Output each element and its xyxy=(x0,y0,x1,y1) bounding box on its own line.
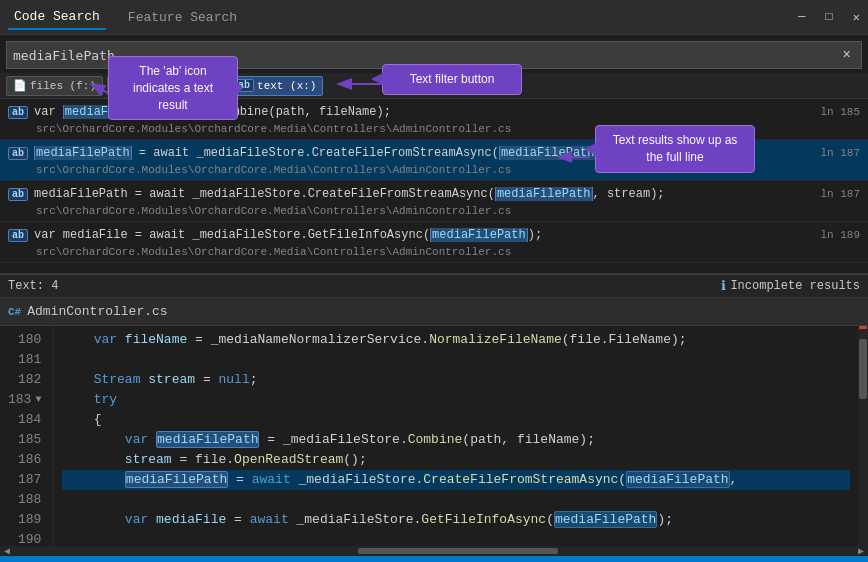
code-line-183: try xyxy=(62,390,850,410)
callout-text-results: Text results show up as the full line xyxy=(595,125,755,173)
result-line-num: ln 187 xyxy=(820,147,860,159)
result-code: var mediaFile = await _mediaFileStore.Ge… xyxy=(34,228,814,242)
h-scrollbar-thumb[interactable] xyxy=(358,548,558,554)
line-number-184: 184 xyxy=(8,410,45,430)
code-lines: var fileName = _mediaNameNormalizerServi… xyxy=(54,326,858,546)
result-line-num: ln 189 xyxy=(820,229,860,241)
code-line-185: var mediaFilePath = _mediaFileStore.Comb… xyxy=(62,430,850,450)
code-body: 180 181 182 183 ▼ 184 185 186 187 188 18… xyxy=(0,326,868,546)
line-number-190: 190 xyxy=(8,530,45,546)
tab-code-search[interactable]: Code Search xyxy=(8,5,106,30)
result-line-num: ln 187 xyxy=(820,188,860,200)
result-path: src\OrchardCore.Modules\OrchardCore.Medi… xyxy=(8,246,860,260)
line-number-180: 180 xyxy=(8,330,45,350)
line-numbers: 180 181 182 183 ▼ 184 185 186 187 188 18… xyxy=(0,326,54,546)
result-icon-ab: ab xyxy=(8,229,28,242)
result-path: src\OrchardCore.Modules\OrchardCore.Medi… xyxy=(8,205,860,219)
filter-text-label: text (x:) xyxy=(257,80,316,92)
code-line-182: Stream stream = null; xyxy=(62,370,850,390)
result-line-num: ln 185 xyxy=(820,106,860,118)
title-bar: Code Search Feature Search ─ □ ✕ xyxy=(0,0,868,35)
result-icon-ab: ab xyxy=(8,188,28,201)
code-line-180: var fileName = _mediaNameNormalizerServi… xyxy=(62,330,850,350)
result-item[interactable]: ab mediaFilePath = await _mediaFileStore… xyxy=(0,181,868,222)
window-minimize[interactable]: ─ xyxy=(798,10,805,24)
scrollbar-right[interactable] xyxy=(858,326,868,546)
filter-files-label: files (f:) xyxy=(30,80,96,92)
scroll-left-arrow[interactable]: ◀ xyxy=(4,545,10,557)
result-item[interactable]: ab var mediaFile = await _mediaFileStore… xyxy=(0,222,868,263)
result-icon-ab: ab xyxy=(8,106,28,119)
window-close[interactable]: ✕ xyxy=(853,10,860,25)
tab-feature-search[interactable]: Feature Search xyxy=(122,6,243,29)
code-line-188 xyxy=(62,490,850,510)
filter-files[interactable]: 📄 files (f:) xyxy=(6,76,103,96)
window-restore[interactable]: □ xyxy=(826,10,833,24)
warning-text: Incomplete results xyxy=(730,279,860,293)
result-count: Text: 4 xyxy=(8,279,58,293)
scroll-marker xyxy=(859,326,867,329)
line-number-186: 186 xyxy=(8,450,45,470)
code-line-181 xyxy=(62,350,850,370)
line-number-187: 187 xyxy=(8,470,45,490)
code-line-187: mediaFilePath = await _mediaFileStore.Cr… xyxy=(62,470,850,490)
status-warning: ℹ Incomplete results xyxy=(721,278,860,294)
code-line-189: var mediaFile = await _mediaFileStore.Ge… xyxy=(62,510,850,530)
callout-text-filter-text: Text filter button xyxy=(410,72,495,86)
search-close-button[interactable]: × xyxy=(839,45,855,65)
info-icon: ℹ xyxy=(721,278,726,294)
line-number-185: 185 xyxy=(8,430,45,450)
status-bar: Text: 4 ℹ Incomplete results xyxy=(0,274,868,298)
file-icon: 📄 xyxy=(13,79,27,92)
code-viewer-header: C# AdminController.cs xyxy=(0,298,868,326)
horizontal-scrollbar[interactable]: ◀ ▶ xyxy=(0,546,868,556)
result-code: mediaFilePath = await _mediaFileStore.Cr… xyxy=(34,187,814,201)
callout-ab-text: The 'ab' icon indicates a text result xyxy=(133,64,213,112)
code-filename: AdminController.cs xyxy=(27,304,167,319)
fold-arrow[interactable]: ▼ xyxy=(35,390,41,410)
result-icon-ab: ab xyxy=(8,147,28,160)
code-line-186: stream = file.OpenReadStream(); xyxy=(62,450,850,470)
line-number-182: 182 xyxy=(8,370,45,390)
line-number-183: 183 ▼ xyxy=(8,390,45,410)
callout-text-results-text: Text results show up as the full line xyxy=(613,133,738,164)
callout-ab-icon: The 'ab' icon indicates a text result xyxy=(108,56,238,120)
scroll-right-arrow[interactable]: ▶ xyxy=(858,545,864,557)
lang-badge: C# xyxy=(8,306,21,318)
line-number-181: 181 xyxy=(8,350,45,370)
callout-text-filter: Text filter button xyxy=(382,64,522,95)
scrollbar-thumb[interactable] xyxy=(859,339,867,399)
line-number-188: 188 xyxy=(8,490,45,510)
code-line-190 xyxy=(62,530,850,546)
line-number-189: 189 xyxy=(8,510,45,530)
code-line-184: { xyxy=(62,410,850,430)
